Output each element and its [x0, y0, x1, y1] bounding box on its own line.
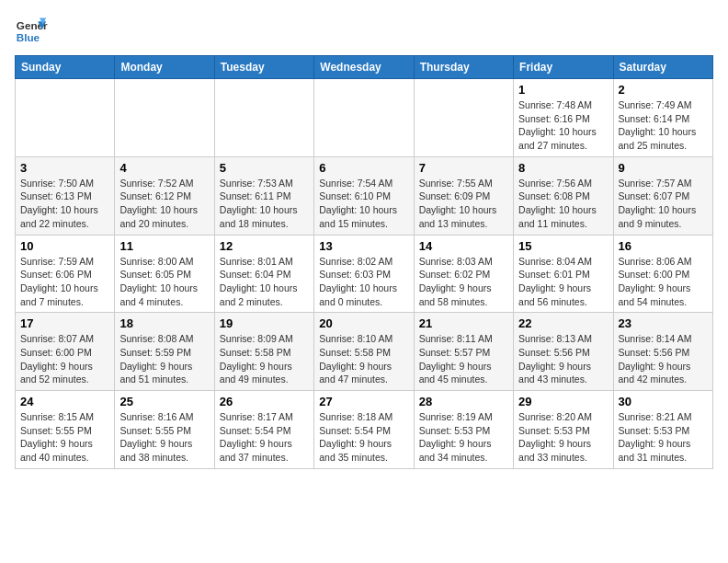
day-info: Sunrise: 7:54 AM Sunset: 6:10 PM Dayligh…: [319, 177, 408, 231]
day-info: Sunrise: 8:03 AM Sunset: 6:02 PM Dayligh…: [419, 255, 508, 309]
day-number: 11: [119, 239, 209, 253]
svg-text:Blue: Blue: [17, 31, 40, 43]
calendar-cell: 27Sunrise: 8:18 AM Sunset: 5:54 PM Dayli…: [314, 391, 414, 469]
calendar-cell: 2Sunrise: 7:49 AM Sunset: 6:14 PM Daylig…: [613, 79, 712, 157]
calendar-cell: 18Sunrise: 8:08 AM Sunset: 5:59 PM Dayli…: [115, 313, 214, 391]
day-info: Sunrise: 7:52 AM Sunset: 6:12 PM Dayligh…: [119, 177, 209, 231]
day-info: Sunrise: 8:19 AM Sunset: 5:53 PM Dayligh…: [419, 410, 508, 465]
header: General Blue: [15, 15, 713, 48]
calendar-cell: 22Sunrise: 8:13 AM Sunset: 5:56 PM Dayli…: [514, 313, 613, 391]
day-info: Sunrise: 7:59 AM Sunset: 6:06 PM Dayligh…: [20, 255, 109, 309]
day-info: Sunrise: 8:16 AM Sunset: 5:55 PM Dayligh…: [119, 410, 209, 465]
calendar-cell: 9Sunrise: 7:57 AM Sunset: 6:07 PM Daylig…: [613, 156, 712, 235]
day-info: Sunrise: 8:06 AM Sunset: 6:00 PM Dayligh…: [619, 255, 708, 309]
day-info: Sunrise: 8:18 AM Sunset: 5:54 PM Dayligh…: [319, 410, 408, 465]
day-info: Sunrise: 8:14 AM Sunset: 5:56 PM Dayligh…: [619, 332, 708, 386]
calendar-cell: 19Sunrise: 8:09 AM Sunset: 5:58 PM Dayli…: [214, 313, 313, 391]
day-info: Sunrise: 7:56 AM Sunset: 6:08 PM Dayligh…: [518, 177, 608, 231]
day-number: 2: [619, 83, 708, 97]
day-number: 20: [319, 316, 408, 330]
calendar-cell: 17Sunrise: 8:07 AM Sunset: 6:00 PM Dayli…: [16, 313, 115, 391]
calendar-cell: 29Sunrise: 8:20 AM Sunset: 5:53 PM Dayli…: [514, 391, 613, 469]
logo-icon: General Blue: [15, 15, 48, 48]
day-info: Sunrise: 8:00 AM Sunset: 6:05 PM Dayligh…: [119, 255, 209, 309]
day-info: Sunrise: 8:08 AM Sunset: 5:59 PM Dayligh…: [119, 332, 209, 386]
day-info: Sunrise: 8:07 AM Sunset: 6:00 PM Dayligh…: [20, 332, 109, 386]
day-number: 28: [419, 395, 508, 408]
day-number: 26: [220, 395, 309, 408]
day-number: 12: [220, 239, 309, 253]
day-info: Sunrise: 8:09 AM Sunset: 5:58 PM Dayligh…: [220, 332, 309, 386]
calendar-cell: 15Sunrise: 8:04 AM Sunset: 6:01 PM Dayli…: [514, 235, 613, 313]
calendar-week-row: 1Sunrise: 7:48 AM Sunset: 6:16 PM Daylig…: [16, 79, 713, 157]
day-number: 3: [20, 161, 109, 175]
calendar-cell: 13Sunrise: 8:02 AM Sunset: 6:03 PM Dayli…: [314, 235, 414, 313]
day-number: 27: [319, 395, 408, 408]
calendar-cell: 16Sunrise: 8:06 AM Sunset: 6:00 PM Dayli…: [613, 235, 712, 313]
calendar-cell: [314, 79, 414, 157]
day-number: 7: [419, 161, 508, 175]
calendar-cell: [16, 79, 115, 157]
day-info: Sunrise: 7:53 AM Sunset: 6:11 PM Dayligh…: [220, 177, 309, 231]
calendar-header-wednesday: Wednesday: [314, 56, 414, 79]
day-info: Sunrise: 7:55 AM Sunset: 6:09 PM Dayligh…: [419, 177, 508, 231]
day-info: Sunrise: 8:11 AM Sunset: 5:57 PM Dayligh…: [419, 332, 508, 386]
day-number: 5: [220, 161, 309, 175]
day-number: 13: [319, 239, 408, 253]
day-number: 29: [518, 395, 608, 408]
calendar-cell: 11Sunrise: 8:00 AM Sunset: 6:05 PM Dayli…: [115, 235, 214, 313]
calendar-cell: 28Sunrise: 8:19 AM Sunset: 5:53 PM Dayli…: [414, 391, 513, 469]
calendar-cell: 10Sunrise: 7:59 AM Sunset: 6:06 PM Dayli…: [16, 235, 115, 313]
day-number: 24: [20, 395, 109, 408]
day-number: 22: [518, 316, 608, 330]
calendar-header-thursday: Thursday: [414, 56, 513, 79]
day-number: 14: [419, 239, 508, 253]
calendar-cell: 12Sunrise: 8:01 AM Sunset: 6:04 PM Dayli…: [214, 235, 313, 313]
day-info: Sunrise: 8:17 AM Sunset: 5:54 PM Dayligh…: [220, 410, 309, 465]
day-number: 16: [619, 239, 708, 253]
day-info: Sunrise: 7:57 AM Sunset: 6:07 PM Dayligh…: [619, 177, 708, 231]
calendar-header-friday: Friday: [514, 56, 613, 79]
day-info: Sunrise: 8:21 AM Sunset: 5:53 PM Dayligh…: [619, 410, 708, 465]
day-info: Sunrise: 8:15 AM Sunset: 5:55 PM Dayligh…: [20, 410, 109, 465]
calendar-header-sunday: Sunday: [16, 56, 115, 79]
calendar-cell: 23Sunrise: 8:14 AM Sunset: 5:56 PM Dayli…: [613, 313, 712, 391]
calendar-cell: [414, 79, 513, 157]
calendar-header-saturday: Saturday: [613, 56, 712, 79]
calendar-cell: 21Sunrise: 8:11 AM Sunset: 5:57 PM Dayli…: [414, 313, 513, 391]
day-number: 15: [518, 239, 608, 253]
day-number: 8: [518, 161, 608, 175]
calendar-cell: 20Sunrise: 8:10 AM Sunset: 5:58 PM Dayli…: [314, 313, 414, 391]
calendar-cell: 14Sunrise: 8:03 AM Sunset: 6:02 PM Dayli…: [414, 235, 513, 313]
calendar-cell: 8Sunrise: 7:56 AM Sunset: 6:08 PM Daylig…: [514, 156, 613, 235]
day-number: 18: [119, 316, 209, 330]
calendar-header-monday: Monday: [115, 56, 214, 79]
calendar-header-tuesday: Tuesday: [214, 56, 313, 79]
calendar-week-row: 24Sunrise: 8:15 AM Sunset: 5:55 PM Dayli…: [16, 391, 713, 469]
calendar-cell: 25Sunrise: 8:16 AM Sunset: 5:55 PM Dayli…: [115, 391, 214, 469]
calendar-cell: 4Sunrise: 7:52 AM Sunset: 6:12 PM Daylig…: [115, 156, 214, 235]
calendar-cell: 24Sunrise: 8:15 AM Sunset: 5:55 PM Dayli…: [16, 391, 115, 469]
calendar-cell: 30Sunrise: 8:21 AM Sunset: 5:53 PM Dayli…: [613, 391, 712, 469]
calendar-cell: 7Sunrise: 7:55 AM Sunset: 6:09 PM Daylig…: [414, 156, 513, 235]
day-number: 9: [619, 161, 708, 175]
day-number: 25: [119, 395, 209, 408]
day-number: 4: [119, 161, 209, 175]
logo: General Blue: [15, 15, 51, 48]
day-info: Sunrise: 8:04 AM Sunset: 6:01 PM Dayligh…: [518, 255, 608, 309]
day-info: Sunrise: 8:01 AM Sunset: 6:04 PM Dayligh…: [220, 255, 309, 309]
calendar-cell: [214, 79, 313, 157]
calendar-week-row: 17Sunrise: 8:07 AM Sunset: 6:00 PM Dayli…: [16, 313, 713, 391]
day-number: 21: [419, 316, 508, 330]
day-info: Sunrise: 8:20 AM Sunset: 5:53 PM Dayligh…: [518, 410, 608, 465]
day-number: 17: [20, 316, 109, 330]
day-number: 6: [319, 161, 408, 175]
calendar-table: SundayMondayTuesdayWednesdayThursdayFrid…: [15, 55, 713, 469]
day-number: 10: [20, 239, 109, 253]
day-info: Sunrise: 7:48 AM Sunset: 6:16 PM Dayligh…: [518, 98, 608, 153]
day-info: Sunrise: 7:50 AM Sunset: 6:13 PM Dayligh…: [20, 177, 109, 231]
calendar-cell: 1Sunrise: 7:48 AM Sunset: 6:16 PM Daylig…: [514, 79, 613, 157]
day-info: Sunrise: 8:02 AM Sunset: 6:03 PM Dayligh…: [319, 255, 408, 309]
calendar-cell: [115, 79, 214, 157]
calendar-week-row: 10Sunrise: 7:59 AM Sunset: 6:06 PM Dayli…: [16, 235, 713, 313]
